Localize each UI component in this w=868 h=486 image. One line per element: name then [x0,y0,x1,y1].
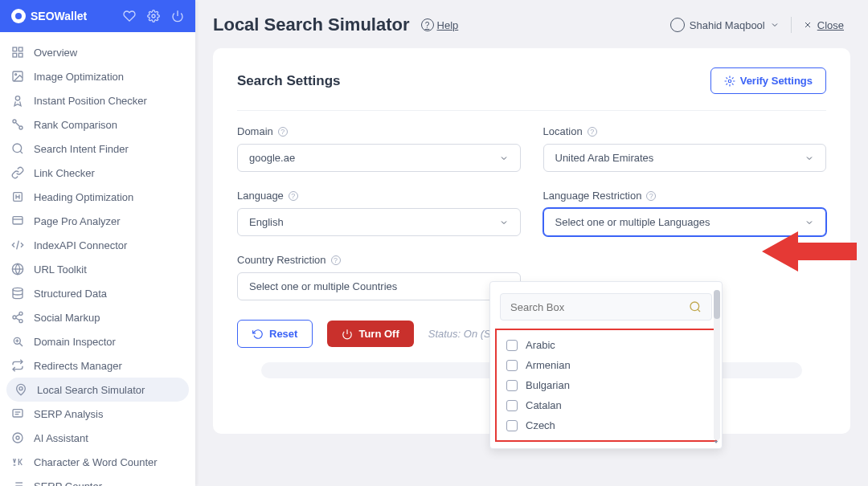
scroll-down-icon[interactable] [713,439,719,445]
svg-marker-44 [714,441,718,443]
option-czech[interactable]: Czech [500,415,712,435]
sidebar-item-ai-assistant[interactable]: AI Assistant [0,426,195,450]
sidebar-item-page-pro[interactable]: Page Pro Analyzer [0,209,195,233]
checkbox[interactable] [506,420,518,431]
checkbox[interactable] [506,340,518,351]
svg-point-8 [15,96,19,100]
search-icon [11,142,24,155]
sidebar-item-social-markup[interactable]: Social Markup [0,305,195,329]
analysis-icon [11,407,24,420]
language-field: Language English [237,190,521,236]
heart-icon[interactable] [123,10,136,22]
close-icon [803,20,813,30]
turn-off-button[interactable]: Turn Off [327,321,413,347]
country-restriction-select[interactable]: Select one or multiple Countries [237,272,521,300]
svg-point-20 [13,316,16,319]
chevron-down-icon [499,218,509,227]
help-link[interactable]: Help [421,18,459,31]
sidebar-item-domain-inspector[interactable]: Domain Inspector [0,329,195,353]
nav-label: Heading Optimization [34,191,133,203]
checkbox[interactable] [506,360,518,371]
sidebar-item-structured-data[interactable]: Structured Data [0,281,195,305]
sidebar-item-rank-comparison[interactable]: Rank Comparison [0,112,195,137]
ai-icon [11,431,24,444]
sidebar: SEOWallet Overview Image Optimization In… [0,0,195,486]
sidebar-item-word-counter[interactable]: Character & Word Counter [0,450,195,474]
nav-label: IndexAPI Connector [34,239,127,251]
sidebar-item-image-optimization[interactable]: Image Optimization [0,64,195,88]
info-icon[interactable] [278,127,288,137]
checkbox[interactable] [506,400,518,411]
nav-label: Rank Comparison [34,119,117,131]
info-icon[interactable] [331,255,341,265]
sidebar-item-position-checker[interactable]: Instant Position Checker [0,88,195,112]
reset-button[interactable]: Reset [237,320,313,348]
power-icon [342,329,353,340]
option-armenian[interactable]: Armenian [500,355,712,375]
checkbox[interactable] [506,380,518,391]
search-input[interactable] [510,301,682,313]
chevron-down-icon [805,153,814,163]
sidebar-item-serp-counter[interactable]: SERP Counter [0,474,195,486]
page-title: Local Search Simulator [213,14,410,35]
nav: Overview Image Optimization Instant Posi… [0,32,195,486]
sidebar-item-overview[interactable]: Overview [0,40,195,64]
nav-label: Local Search Simulator [37,384,145,396]
dropdown-search[interactable] [500,293,712,321]
svg-point-26 [19,387,23,390]
domain-select[interactable]: google.ae [237,144,521,172]
location-label: Location [543,125,827,137]
domain-label: Domain [237,125,521,137]
domain-value: google.ae [249,152,295,164]
domain-field: Domain google.ae [237,125,521,172]
svg-point-9 [13,120,16,123]
sidebar-item-link-checker[interactable]: Link Checker [0,161,195,185]
verify-settings-button[interactable]: Verify Settings [710,67,826,94]
svg-line-12 [20,151,23,153]
info-icon[interactable] [289,191,298,201]
image-icon [11,70,24,83]
option-arabic[interactable]: Arabic [500,335,712,355]
option-catalan[interactable]: Catalan [500,395,712,415]
nav-label: SERP Counter [34,480,102,487]
close-button[interactable]: Close [803,19,844,31]
chart-icon [11,118,24,131]
sidebar-item-redirects[interactable]: Redirects Manager [0,353,195,378]
chevron-down-icon [770,20,780,30]
nav-label: Redirects Manager [34,360,122,372]
sidebar-item-local-search[interactable]: Local Search Simulator [6,378,189,402]
sidebar-item-heading[interactable]: Heading Optimization [0,185,195,209]
logo[interactable]: SEOWallet [11,9,117,23]
svg-rect-14 [13,217,23,224]
svg-rect-5 [18,53,23,57]
power-icon[interactable] [171,10,184,22]
sidebar-item-url-toolkit[interactable]: URL Toolkit [0,257,195,281]
nav-label: URL Toolkit [34,263,87,276]
sidebar-item-search-intent[interactable]: Search Intent Finder [0,137,195,161]
nav-label: Overview [34,47,77,59]
svg-marker-45 [762,231,857,272]
svg-point-40 [728,80,731,83]
nav-label: Social Markup [34,312,100,324]
sidebar-item-serp-analysis[interactable]: SERP Analysis [0,402,195,426]
scrollbar-thumb[interactable] [714,290,720,319]
language-value: English [249,216,284,228]
dashboard-icon [11,46,24,59]
svg-point-18 [13,288,23,291]
option-bulgarian[interactable]: Bulgarian [500,375,712,395]
language-select[interactable]: English [237,208,521,236]
api-icon [11,239,24,251]
nav-label: Domain Inspector [34,336,116,348]
header-icons [123,10,184,22]
location-value: United Arab Emirates [555,152,654,164]
info-icon[interactable] [588,127,597,137]
sidebar-item-indexapi[interactable]: IndexAPI Connector [0,233,195,257]
nav-label: Structured Data [34,288,107,300]
svg-line-22 [16,318,20,321]
user-menu[interactable]: Shahid Maqbool [670,18,780,32]
location-select[interactable]: United Arab Emirates [543,144,827,172]
nav-label: Instant Position Checker [34,95,147,107]
country-restriction-placeholder: Select one or multiple Countries [249,280,397,292]
info-icon[interactable] [646,191,656,201]
gear-icon[interactable] [147,10,160,22]
